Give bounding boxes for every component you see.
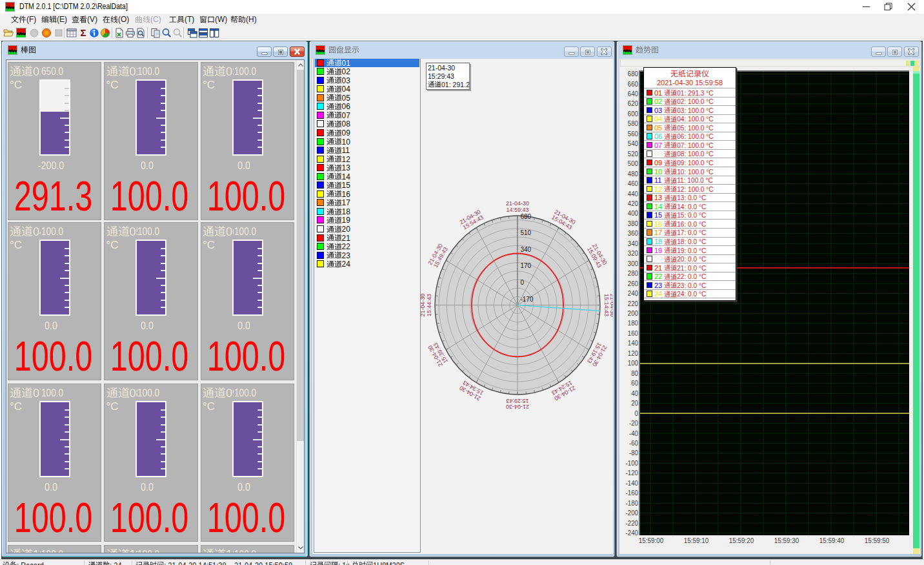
svg-text:510: 510 — [521, 229, 532, 236]
svg-text:21-04-30: 21-04-30 — [419, 293, 426, 316]
svg-text:15:29:43: 15:29:43 — [506, 398, 528, 404]
svg-text:15:14:43: 15:14:43 — [603, 294, 610, 316]
svg-text:-170: -170 — [521, 296, 534, 303]
svg-text:21-04-30: 21-04-30 — [506, 404, 529, 410]
svg-text:340: 340 — [521, 246, 532, 253]
svg-text:14:59:43: 14:59:43 — [506, 207, 528, 213]
svg-text:15:44:43: 15:44:43 — [426, 294, 432, 316]
svg-text:0: 0 — [521, 279, 525, 286]
svg-text:170: 170 — [521, 262, 532, 269]
svg-text:21-04-30: 21-04-30 — [506, 200, 529, 207]
svg-text:680: 680 — [521, 213, 532, 220]
